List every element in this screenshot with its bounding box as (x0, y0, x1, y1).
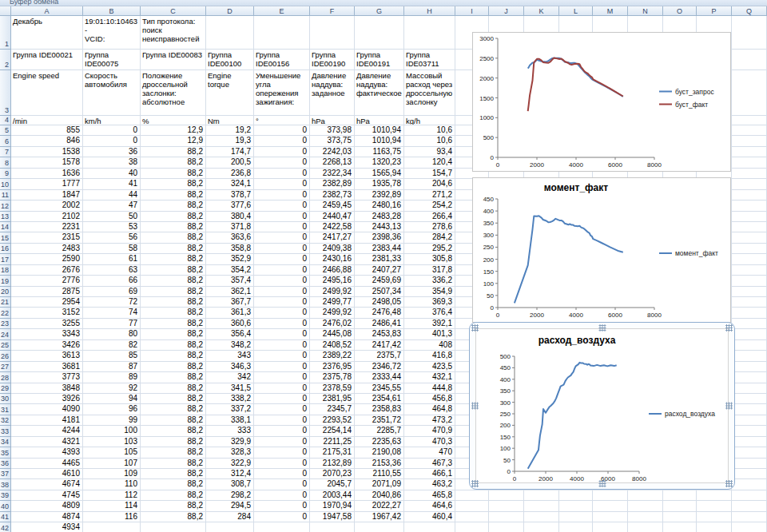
cell-C6[interactable]: 12,9 (141, 136, 206, 146)
cell-P40[interactable] (697, 501, 732, 511)
cell-Q41[interactable] (732, 512, 767, 522)
cell-E37[interactable]: 0 (254, 469, 310, 479)
row-header-19[interactable]: 19 (0, 276, 11, 286)
cell-A21[interactable]: 2954 (11, 297, 83, 308)
row-header-38[interactable]: 38 (0, 479, 11, 490)
cell-E21[interactable]: 0 (254, 297, 310, 308)
row-header-28[interactable]: 28 (0, 372, 11, 383)
select-all-corner[interactable] (0, 6, 11, 16)
cell-H9[interactable]: 154,7 (404, 169, 455, 179)
cell-B9[interactable]: 40 (83, 169, 141, 179)
cell-D25[interactable]: 348,2 (206, 340, 254, 351)
selection-handle-n[interactable] (598, 324, 606, 332)
cell-D7[interactable]: 174,7 (206, 147, 254, 157)
cell-F21[interactable]: 2499,77 (310, 297, 355, 308)
cell-C23[interactable]: 88,2 (141, 319, 206, 329)
cell-N40[interactable] (628, 501, 663, 511)
cell-H2[interactable]: Группа IDE03711 (404, 50, 455, 70)
cell-E5[interactable]: 0 (254, 125, 310, 136)
row-header-42[interactable]: 42 (0, 522, 11, 532)
cell-J41[interactable] (489, 512, 524, 522)
cell-G6[interactable]: 1010,94 (355, 136, 404, 146)
cell-C33[interactable]: 88,2 (141, 426, 206, 436)
cell-D23[interactable]: 360,6 (206, 319, 254, 329)
cell-E2[interactable]: Группа IDE00156 (254, 50, 310, 70)
cell-D5[interactable]: 19,2 (206, 125, 254, 136)
cell-C9[interactable]: 88,2 (141, 169, 206, 179)
row-header-20[interactable]: 20 (0, 287, 11, 297)
row-header-21[interactable]: 21 (0, 297, 11, 308)
cell-F2[interactable]: Группа IDE00190 (310, 50, 355, 70)
cell-D41[interactable]: 284 (206, 512, 254, 522)
cell-L39[interactable] (559, 490, 593, 501)
cell-B31[interactable]: 96 (83, 404, 141, 415)
cell-Q2[interactable] (732, 50, 767, 70)
cell-Q4[interactable] (732, 116, 767, 125)
cell-K39[interactable] (524, 490, 559, 501)
chart-airflow[interactable]: 0200040006000800005010015020025030035040… (475, 328, 729, 483)
cell-D24[interactable]: 356,4 (206, 329, 254, 339)
cell-F36[interactable]: 2132,89 (310, 459, 355, 469)
cell-E30[interactable]: 0 (254, 394, 310, 404)
cell-F14[interactable]: 2422,58 (310, 222, 355, 232)
cell-F33[interactable]: 2254,14 (310, 426, 355, 436)
cell-E12[interactable]: 0 (254, 200, 310, 211)
cell-D6[interactable]: 19,3 (206, 136, 254, 146)
cell-G20[interactable]: 2507,34 (355, 287, 404, 297)
cell-B12[interactable]: 47 (83, 200, 141, 211)
cell-B37[interactable]: 109 (83, 469, 141, 479)
cell-E23[interactable]: 0 (254, 319, 310, 329)
cell-D21[interactable]: 367,7 (206, 297, 254, 308)
cell-D15[interactable]: 363,6 (206, 232, 254, 243)
row-header-24[interactable]: 24 (0, 329, 11, 339)
cell-G30[interactable]: 2354,61 (355, 394, 404, 404)
row-header-9[interactable]: 9 (0, 169, 11, 179)
cell-Q35[interactable] (732, 447, 767, 458)
cell-H5[interactable]: 10,6 (404, 125, 455, 136)
cell-A19[interactable]: 2776 (11, 276, 83, 286)
cell-Q8[interactable] (732, 157, 767, 168)
cell-Q14[interactable] (732, 222, 767, 232)
cell-F24[interactable]: 2445,08 (310, 329, 355, 339)
cell-O39[interactable] (663, 490, 697, 501)
row-header-29[interactable]: 29 (0, 383, 11, 394)
cell-Q19[interactable] (732, 276, 767, 286)
cell-F20[interactable]: 2499,92 (310, 287, 355, 297)
cell-F18[interactable]: 2466,88 (310, 265, 355, 276)
cell-A1[interactable]: Декабрь (11, 16, 83, 50)
row-header-13[interactable]: 13 (0, 212, 11, 222)
cell-B2[interactable]: Группа IDE00075 (83, 50, 141, 70)
row-header-3[interactable]: 3 (0, 70, 11, 116)
row-header-37[interactable]: 37 (0, 469, 11, 479)
cell-P41[interactable] (697, 512, 732, 522)
cell-H13[interactable]: 266,4 (404, 212, 455, 222)
cell-B17[interactable]: 61 (83, 254, 141, 264)
column-header-B[interactable]: B (83, 6, 141, 16)
cell-H16[interactable]: 295,2 (404, 244, 455, 254)
cell-G3[interactable]: Давление наддува: фактическое (355, 70, 404, 116)
cell-D35[interactable]: 328,3 (206, 447, 254, 458)
selection-handle-s[interactable] (598, 480, 606, 487)
cell-H27[interactable]: 423,5 (404, 362, 455, 372)
cell-G4[interactable]: hPa (355, 116, 404, 125)
cell-A11[interactable]: 1847 (11, 190, 83, 200)
cell-C17[interactable]: 88,2 (141, 254, 206, 264)
cell-F8[interactable]: 2268,13 (310, 157, 355, 168)
cell-F25[interactable]: 2408,52 (310, 340, 355, 351)
cell-G25[interactable]: 2417,42 (355, 340, 404, 351)
cell-H32[interactable]: 473,2 (404, 415, 455, 426)
cell-E29[interactable]: 0 (254, 383, 310, 394)
cell-G23[interactable]: 2486,41 (355, 319, 404, 329)
cell-B3[interactable]: Скорость автомобиля (83, 70, 141, 116)
cell-Q10[interactable] (732, 179, 767, 189)
cell-P39[interactable] (697, 490, 732, 501)
chart-boost-pressure[interactable]: 0200040006000800005001000150020002500300… (472, 32, 731, 172)
cell-A22[interactable]: 3152 (11, 308, 83, 318)
row-header-36[interactable]: 36 (0, 459, 11, 469)
cell-H7[interactable]: 93,4 (404, 147, 455, 157)
cell-H6[interactable]: 10,6 (404, 136, 455, 146)
cell-B42[interactable] (83, 522, 141, 532)
cell-E20[interactable]: 0 (254, 287, 310, 297)
column-header-M[interactable]: M (593, 6, 628, 16)
cell-F38[interactable]: 2045,7 (310, 479, 355, 490)
